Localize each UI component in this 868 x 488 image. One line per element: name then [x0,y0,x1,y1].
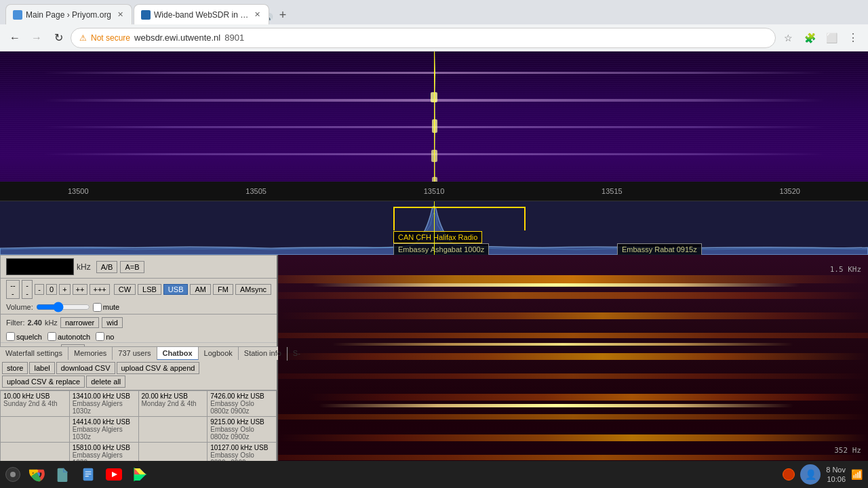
volume-row: Volume: mute [1,300,277,314]
memory-cell[interactable]: 20.00 kHz USBMonday 2nd & 4th [138,391,208,417]
tab-s[interactable]: S- [288,347,306,361]
tab-1-favicon [13,10,22,20]
tune-btn-3[interactable]: - [35,284,44,295]
mode-usb[interactable]: USB [163,284,189,295]
svg-rect-4 [85,476,89,476]
datetime-display: 8 Nov 10:06 [826,465,846,485]
wf-noise [278,255,868,488]
freq-row: 13510.00 kHz A/B A=B [1,256,277,279]
no-option[interactable]: no [96,332,114,341]
svg-rect-3 [85,474,91,474]
narrower-btn[interactable]: narrower [60,317,99,328]
signal-dash-2 [432,119,437,133]
files-app-icon[interactable] [53,465,72,484]
delete-all-btn[interactable]: delete all [86,375,125,388]
extension-icon[interactable]: 🧩 [800,28,819,47]
memory-cell[interactable] [138,417,208,443]
nav-bar: ← → ↻ ⚠ Not secure websdr.ewi.utwente.nl… [0,24,868,52]
tune-btn-2[interactable]: -- [22,280,33,299]
mode-am[interactable]: AM [190,284,211,295]
youtube-app-icon[interactable] [104,465,123,484]
tuning-line [434,52,435,201]
tune-btn-5[interactable]: + [59,284,70,295]
network-icon[interactable]: 📶 [851,469,863,480]
wf-stripe-3 [278,312,868,319]
autonotch-option[interactable]: autonotch [47,332,90,341]
record-indicator[interactable] [5,467,20,482]
ab-button[interactable]: A/B [96,261,118,273]
memory-cell[interactable]: 9215.00 kHz USBEmbassy Oslo 0800z 0900z [208,417,277,443]
tab-bar: Main Page › Priyom.org ✕ Wide-band WebSD… [0,0,868,24]
mode-amsync[interactable]: AMsync [235,284,271,295]
bookmark-icon[interactable]: ☆ [778,28,797,47]
waterfall-top[interactable]: 13500 13505 13510 13515 13520 [0,52,868,201]
wider-btn[interactable]: wid [102,317,123,328]
station-label-ashgabat[interactable]: Embassy Ashgabat 1000z [393,243,489,256]
filter-value: 2.40 [28,319,42,327]
squelch-option[interactable]: squelch [6,332,42,341]
tabs-row: Waterfall settings Memories 737 users Ch… [0,346,278,361]
store-btn[interactable]: store [2,362,28,374]
wf-stripe-2 [278,292,868,299]
download-csv-btn[interactable]: download CSV [56,362,115,374]
mode-fm[interactable]: FM [213,284,233,295]
tab-1-close[interactable]: ✕ [115,10,125,20]
tab-2-favicon [141,10,151,20]
play-icon [132,467,147,482]
menu-icon[interactable]: ⋮ [844,28,863,47]
tab-chatbox[interactable]: Chatbox [157,347,199,361]
tune-btn-6[interactable]: ++ [73,284,88,295]
tab-2-title: Wide-band WebSDR in Ens… [154,10,250,20]
reload-button[interactable]: ↻ [49,28,68,47]
tab-memories[interactable]: Memories [68,347,113,361]
memory-row-2[interactable]: 14414.00 kHz USBEmbassy Algiers 1030z 92… [1,417,277,443]
memory-cell[interactable]: 13410.00 kHz USBEmbassy Algiers 1030z [69,391,138,417]
tab-2[interactable]: Wide-band WebSDR in Ens… ✕ [134,4,269,24]
recording-dot[interactable] [783,468,795,481]
tune-btn-1[interactable]: --- [6,280,20,299]
frequency-display[interactable]: 13510.00 [6,258,74,275]
mute-checkbox[interactable] [93,303,102,312]
play-app-icon[interactable] [130,465,149,484]
upload-csv-append-btn[interactable]: upload CSV & append [117,362,200,374]
autonotch-checkbox[interactable] [47,332,56,341]
wf-stripe-1 [278,275,868,283]
tab-station-info[interactable]: Station info [239,347,288,361]
tab-waterfall[interactable]: Waterfall settings [0,347,68,361]
docs-app-icon[interactable] [79,465,98,484]
memory-cell[interactable]: 7426.00 kHz USBEmbassy Oslo 0800z 0900z [208,391,277,417]
no-checkbox[interactable] [96,332,104,341]
address-bar[interactable]: ⚠ Not secure websdr.ewi.utwente.nl 8901 [71,28,776,48]
memory-row-1[interactable]: 10.00 kHz USBSunday 2nd & 4th 13410.00 k… [1,391,277,417]
tab-1[interactable]: Main Page › Priyom.org ✕ [5,4,132,24]
label-btn[interactable]: label [29,362,54,374]
user-avatar[interactable]: 👤 [800,464,821,485]
mute-label[interactable]: mute [93,303,119,312]
upload-csv-replace-btn[interactable]: upload CSV & replace [2,375,85,388]
tab-logbook[interactable]: Logbook [199,347,239,361]
mode-cw[interactable]: CW [114,284,136,295]
waterfall-bottom[interactable]: 1.5 KHz 352 Hz [278,255,868,488]
memory-cell[interactable]: 14414.00 kHz USBEmbassy Algiers 1030z [69,417,138,443]
chrome-app-icon[interactable] [27,465,46,484]
forward-button[interactable]: → [27,28,46,47]
station-label-rabat[interactable]: Embassy Rabat 0915z [617,243,702,256]
station-label-cfh[interactable]: CAN CFH Halifax Radio [393,231,482,243]
wf-stripe-10 [278,455,868,460]
tab-1-title: Main Page › Priyom.org [26,10,111,20]
freq-label-3: 13510 [424,187,445,195]
new-tab-button[interactable]: + [273,5,292,24]
profile-icon[interactable]: ⬜ [822,28,841,47]
squelch-checkbox[interactable] [6,332,15,341]
memory-cell[interactable] [1,417,70,443]
mode-lsb[interactable]: LSB [138,284,161,295]
back-button[interactable]: ← [5,28,24,47]
tab-users[interactable]: 737 users [113,347,157,361]
tune-btn-7[interactable]: +++ [90,284,109,295]
volume-slider[interactable] [36,302,90,312]
ba-button[interactable]: A=B [120,261,144,273]
tune-btn-4[interactable]: 0 [46,284,57,295]
memory-cell[interactable]: 10.00 kHz USBSunday 2nd & 4th [1,391,70,417]
controls-panel: 13510.00 kHz A/B A=B --- -- - 0 + ++ +++… [0,255,278,357]
tab-2-close[interactable]: ✕ [254,10,262,20]
